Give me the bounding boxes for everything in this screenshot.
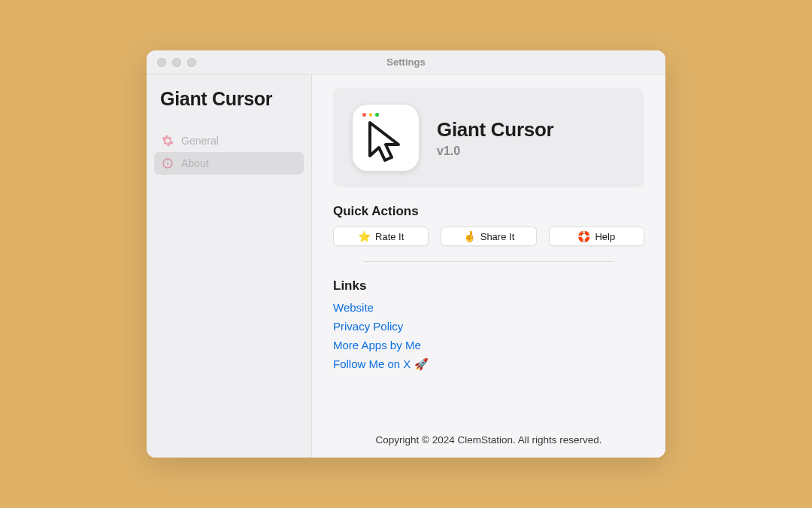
info-icon bbox=[162, 157, 174, 169]
star-icon: ⭐ bbox=[358, 230, 371, 242]
sidebar: Giant Cursor General About bbox=[147, 75, 312, 458]
links-title: Links bbox=[333, 278, 644, 294]
copyright-text: Copyright © 2024 ClemStation. All rights… bbox=[333, 425, 644, 446]
rate-it-button[interactable]: ⭐ Rate It bbox=[333, 227, 429, 246]
button-label: Help bbox=[595, 231, 615, 242]
divider bbox=[363, 261, 614, 262]
privacy-policy-link[interactable]: Privacy Policy bbox=[333, 320, 644, 333]
share-it-button[interactable]: 🤞 Share It bbox=[441, 227, 536, 246]
window-title: Settings bbox=[386, 56, 425, 68]
traffic-lights bbox=[147, 58, 196, 67]
website-link[interactable]: Website bbox=[333, 301, 644, 314]
titlebar: Settings bbox=[147, 50, 665, 75]
app-name: Giant Cursor bbox=[437, 118, 553, 141]
quick-actions-row: ⭐ Rate It 🤞 Share It 🛟 Help bbox=[333, 227, 644, 246]
close-button[interactable] bbox=[157, 58, 166, 67]
minimize-button[interactable] bbox=[172, 58, 181, 67]
app-icon bbox=[353, 105, 419, 171]
gear-icon bbox=[162, 135, 174, 147]
links-list: Website Privacy Policy More Apps by Me F… bbox=[333, 301, 644, 371]
settings-window: Settings Giant Cursor General bbox=[147, 50, 665, 458]
maximize-button[interactable] bbox=[187, 58, 196, 67]
svg-point-2 bbox=[167, 161, 168, 162]
sidebar-item-label: General bbox=[181, 135, 219, 147]
button-label: Share It bbox=[480, 231, 515, 242]
app-info: Giant Cursor v1.0 bbox=[437, 118, 553, 158]
sidebar-item-general[interactable]: General bbox=[154, 129, 304, 152]
window-body: Giant Cursor General About bbox=[147, 75, 665, 458]
lifebuoy-icon: 🛟 bbox=[577, 230, 590, 242]
quick-actions-title: Quick Actions bbox=[333, 204, 644, 219]
app-card: Giant Cursor v1.0 bbox=[333, 88, 644, 187]
follow-x-link[interactable]: Follow Me on X 🚀 bbox=[333, 357, 644, 371]
sidebar-item-about[interactable]: About bbox=[154, 152, 304, 175]
sidebar-item-label: About bbox=[181, 157, 209, 169]
help-button[interactable]: 🛟 Help bbox=[549, 227, 644, 246]
sidebar-app-name: Giant Cursor bbox=[154, 88, 304, 110]
cursor-icon bbox=[365, 120, 409, 166]
app-version: v1.0 bbox=[437, 144, 553, 158]
more-apps-link[interactable]: More Apps by Me bbox=[333, 339, 644, 351]
fingers-crossed-icon: 🤞 bbox=[463, 230, 476, 242]
button-label: Rate It bbox=[375, 231, 404, 242]
main-content: Giant Cursor v1.0 Quick Actions ⭐ Rate I… bbox=[312, 75, 665, 458]
app-icon-traffic-dots bbox=[362, 113, 379, 117]
